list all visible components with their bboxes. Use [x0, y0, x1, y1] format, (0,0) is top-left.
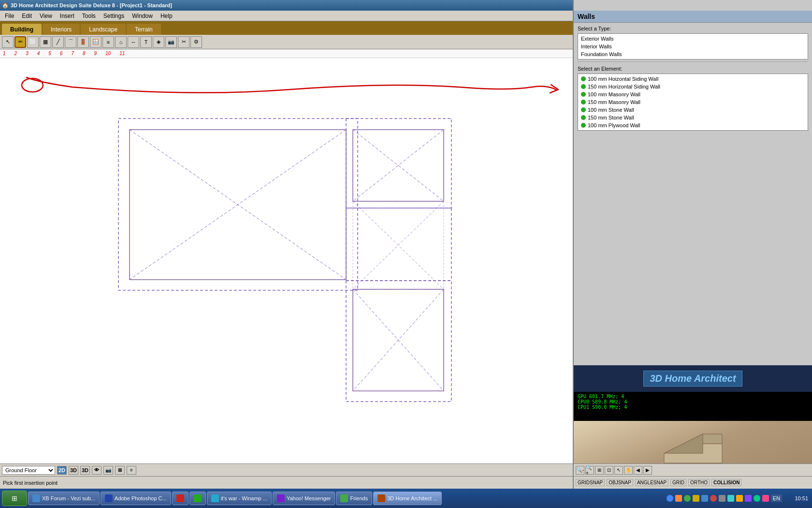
view-camera-button[interactable]: 📷 [103, 466, 113, 475]
tray-icon-3[interactable] [684, 495, 691, 502]
menu-window[interactable]: Window [128, 12, 157, 20]
tray-icon-4[interactable] [693, 495, 699, 502]
view-3d-button[interactable]: 3D [69, 466, 78, 475]
menu-settings[interactable]: Settings [100, 12, 128, 20]
wall-type-interior[interactable]: Interior Walls [579, 43, 807, 50]
tab-interiors[interactable]: Interiors [43, 24, 80, 35]
tray-icon-5[interactable] [701, 495, 708, 502]
tray-icon-7[interactable] [719, 495, 725, 502]
svg-rect-6 [346, 119, 451, 208]
zoom-select-button[interactable]: ↖ [614, 466, 623, 475]
tool-door[interactable]: 🚪 [77, 36, 89, 48]
menu-file[interactable]: File [1, 12, 18, 20]
zoom-next-button[interactable]: ▶ [643, 466, 652, 475]
element-150mm-masonry[interactable]: 150 mm Masonry Wall [579, 98, 807, 106]
tray-icon-10[interactable] [745, 495, 752, 502]
element-100mm-masonry[interactable]: 100 mm Masonry Wall [579, 90, 807, 98]
tray-icon-8[interactable] [727, 495, 734, 502]
wall-type-exterior[interactable]: Exterior Walls [579, 35, 807, 43]
tab-terrain[interactable]: Terrain [127, 24, 161, 35]
view-layers-button[interactable]: ≡ [127, 466, 136, 475]
taskbar-winamp[interactable]: it's war - Winamp ... [207, 492, 272, 505]
zoom-window-button[interactable]: ⊡ [605, 466, 613, 475]
taskbar-home-architect[interactable]: 3D Home Architect ... [373, 492, 442, 505]
view-eye-button[interactable]: 👁 [92, 466, 102, 475]
xb-forum-icon [32, 494, 40, 502]
tray-icon-9[interactable] [736, 495, 743, 502]
tab-building[interactable]: Building [2, 24, 42, 35]
tool-settings[interactable]: ⚙ [190, 36, 202, 48]
zoom-in-button[interactable]: 🔍+ [585, 466, 594, 475]
element-100mm-stone[interactable]: 100 mm Stone Wall [579, 106, 807, 114]
tab-landscape[interactable]: Landscape [81, 24, 126, 35]
tool-fill[interactable]: ▦ [40, 36, 51, 48]
main-drawing-area[interactable] [0, 58, 573, 476]
menu-edit[interactable]: Edit [18, 12, 36, 20]
tool-draw[interactable]: ✏ [14, 36, 26, 48]
pan-button[interactable]: ✋ [624, 466, 633, 475]
element-dot [581, 123, 586, 128]
tool-delete[interactable]: ✂ [178, 36, 189, 48]
ruler-1: 1 [3, 51, 6, 56]
zoom-out-button[interactable]: 🔍- [576, 466, 584, 475]
tool-rect[interactable]: ⬜ [27, 36, 39, 48]
element-150mm-stone[interactable]: 150 mm Stone Wall [579, 114, 807, 121]
drawing-canvas[interactable] [0, 58, 573, 476]
element-150mm-horiz-siding[interactable]: 150 mm Horizontal Siding Wall [579, 83, 807, 90]
zoom-fit-button[interactable]: ⊞ [595, 466, 604, 475]
element-100mm-plywood[interactable]: 100 mm Plywood Wall [579, 121, 807, 129]
taskbar-xb-forum[interactable]: XB Forum - Vezi sub... [28, 492, 100, 505]
collision-label[interactable]: COLLISION [711, 479, 741, 486]
view-2d-button[interactable]: 2D [57, 466, 67, 475]
tray-language[interactable]: EN [771, 494, 782, 502]
taskbar-friends[interactable]: Friends [336, 492, 372, 505]
view-3d-alt-button[interactable]: 3D [80, 466, 90, 475]
tray-icon-2[interactable] [675, 495, 682, 502]
element-dot [581, 92, 586, 97]
tool-select[interactable]: ↖ [2, 36, 14, 48]
tool-dim[interactable]: ↔ [128, 36, 139, 48]
taskbar-red-app[interactable] [172, 492, 188, 505]
taskbar-green-app[interactable] [189, 492, 206, 505]
floor-selector[interactable]: Ground Floor 1st Floor 2nd Floor [2, 466, 55, 475]
element-dot [581, 84, 586, 89]
tool-stair[interactable]: ≡ [102, 36, 114, 48]
grid-label[interactable]: GRID [670, 479, 686, 486]
anglesnap-label[interactable]: ANGLESNAP [635, 479, 668, 486]
walls-title: Walls [578, 13, 595, 20]
instruction-text: Pick first insertion point [3, 480, 58, 486]
objsnap-label[interactable]: OBJSNAP [607, 479, 633, 486]
view-grid-button[interactable]: ⊞ [115, 466, 125, 475]
tool-roof[interactable]: ⌂ [115, 36, 127, 48]
svg-point-1 [22, 78, 43, 92]
gridsnap-label[interactable]: GRIDSNAP [576, 479, 605, 486]
tray-icon-6[interactable] [710, 495, 717, 502]
taskbar-photoshop[interactable]: Adobe Photoshop C... [101, 492, 171, 505]
tool-camera[interactable]: 📷 [165, 36, 177, 48]
menu-view[interactable]: View [36, 12, 56, 20]
gpu-line-2: CPU0 S89.8 MHz; 4 [578, 399, 808, 404]
menu-help[interactable]: Help [157, 12, 176, 20]
taskbar-yahoo-messenger[interactable]: Yahoo! Messenger [273, 492, 335, 505]
tray-icon-12[interactable] [762, 495, 769, 502]
menu-insert[interactable]: Insert [56, 12, 78, 20]
ruler-5: 5 [48, 51, 51, 56]
start-button[interactable]: ⊞ [2, 491, 27, 506]
ruler-11: 11 [119, 51, 125, 56]
wall-type-foundation[interactable]: Foundation Walls [579, 50, 807, 58]
tool-line[interactable]: ╱ [52, 36, 64, 48]
zoom-prev-button[interactable]: ◀ [634, 466, 642, 475]
system-tray: EN 10:51 [665, 494, 810, 502]
tool-arc[interactable]: ⌒ [65, 36, 76, 48]
tray-time: 10:51 [784, 495, 808, 501]
winamp-icon [211, 494, 219, 502]
tray-icon-11[interactable] [754, 495, 760, 502]
tool-window[interactable]: 🪟 [90, 36, 102, 48]
tool-text[interactable]: T [140, 36, 152, 48]
menu-tools[interactable]: Tools [78, 12, 100, 20]
tray-icon-1[interactable] [667, 495, 673, 502]
ortho-label[interactable]: ORTHO [688, 479, 710, 486]
tool-3d[interactable]: ◈ [153, 36, 164, 48]
app-icon: 🏠 [2, 2, 9, 9]
element-100mm-horiz-siding[interactable]: 100 mm Hoizontal Siding Wall [579, 75, 807, 83]
